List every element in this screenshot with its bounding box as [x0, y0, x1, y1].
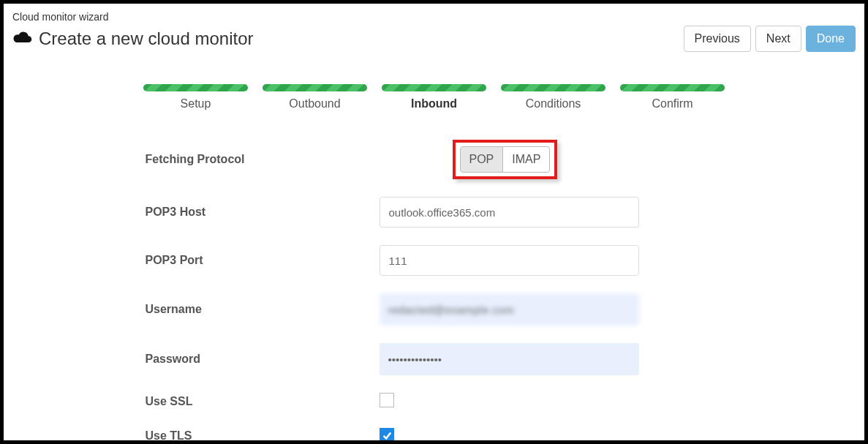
fetching-protocol-highlight: POP IMAP [453, 140, 558, 179]
step-bar [382, 84, 486, 91]
page-title: Create a new cloud monitor [39, 29, 253, 49]
step-confirm[interactable]: Confirm [620, 84, 725, 110]
pop3-host-input[interactable] [380, 197, 639, 227]
password-label: Password [146, 353, 380, 366]
wizard-actions: Previous Next Done [684, 26, 856, 52]
done-button[interactable]: Done [806, 26, 856, 52]
step-inbound[interactable]: Inbound [382, 84, 486, 110]
username-input[interactable] [380, 293, 639, 326]
step-label: Outbound [263, 97, 367, 110]
previous-button[interactable]: Previous [684, 26, 751, 52]
step-bar [263, 84, 367, 91]
use-tls-label: Use TLS [146, 429, 380, 441]
step-label: Setup [143, 97, 248, 110]
fetching-protocol-label: Fetching Protocol [146, 153, 380, 166]
use-ssl-checkbox[interactable] [380, 393, 394, 407]
username-label: Username [146, 303, 380, 316]
step-outbound[interactable]: Outbound [263, 84, 367, 110]
pop3-port-label: POP3 Port [146, 254, 380, 267]
fetching-protocol-toggle: POP IMAP [460, 146, 551, 173]
use-tls-checkbox[interactable] [380, 428, 394, 440]
wizard-steps: Setup Outbound Inbound Conditions Confir… [4, 58, 864, 115]
use-ssl-label: Use SSL [146, 395, 380, 408]
step-bar [143, 84, 248, 91]
step-setup[interactable]: Setup [143, 84, 248, 110]
step-label: Conditions [501, 97, 605, 110]
breadcrumb: Cloud monitor wizard [4, 4, 864, 26]
pop3-port-input[interactable] [380, 245, 639, 276]
next-button[interactable]: Next [755, 26, 801, 52]
protocol-imap-button[interactable]: IMAP [503, 146, 550, 173]
step-conditions[interactable]: Conditions [501, 84, 605, 110]
step-label: Confirm [620, 97, 725, 110]
step-label: Inbound [382, 97, 486, 110]
step-bar [620, 84, 725, 91]
cloud-icon [12, 30, 33, 48]
step-bar [501, 84, 605, 91]
protocol-pop-button[interactable]: POP [460, 146, 504, 173]
password-input[interactable] [380, 343, 639, 375]
pop3-host-label: POP3 Host [146, 206, 380, 219]
